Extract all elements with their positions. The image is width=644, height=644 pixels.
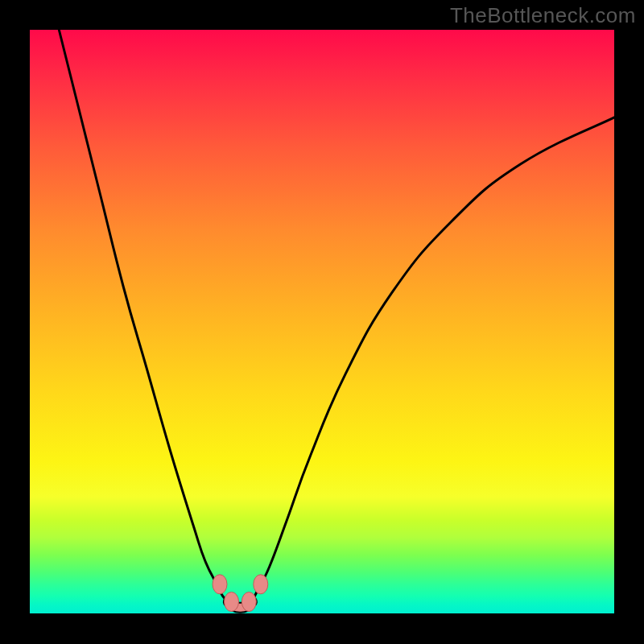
svg-point-1 <box>225 592 239 612</box>
watermark-text: TheBottleneck.com <box>450 3 636 28</box>
series-right-branch <box>252 118 614 602</box>
curve-layer <box>30 30 614 613</box>
marker-m1 <box>213 575 227 594</box>
marker-m3 <box>242 592 256 612</box>
series-left-branch <box>59 30 228 602</box>
svg-point-3 <box>254 575 268 594</box>
marker-m2 <box>225 592 239 612</box>
marker-m4 <box>254 575 268 594</box>
chart-frame: TheBottleneck.com <box>0 0 644 644</box>
curves-group <box>59 30 614 608</box>
plot-area <box>30 30 614 613</box>
svg-point-0 <box>213 575 227 594</box>
svg-point-2 <box>242 592 256 612</box>
